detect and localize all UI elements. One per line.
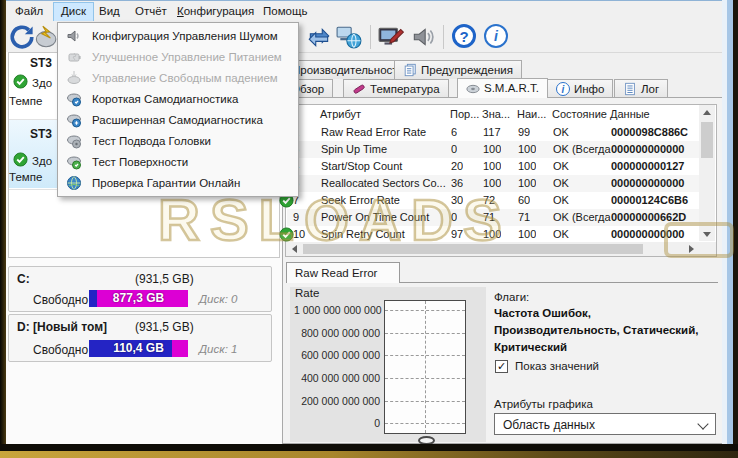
window-border-bottom <box>0 444 738 451</box>
head-test-icon <box>66 133 82 149</box>
tab-label: Лог <box>641 80 659 99</box>
table-vscrollbar[interactable] <box>699 105 715 241</box>
flags-line: Частота Ошибок, <box>494 307 591 319</box>
sync-icon[interactable] <box>306 24 332 50</box>
disk-index: Диск: 1 <box>199 343 237 355</box>
drive-title: ST3 <box>30 127 52 141</box>
drive-temp: Темпе <box>9 171 42 183</box>
menu-config[interactable]: Конфигурация <box>170 2 261 20</box>
menu-item-label: Проверка Гарантии Онлайн <box>92 177 240 189</box>
table-hscrollbar[interactable] <box>286 242 716 256</box>
menu-item-label: Улучшенное Управление Питанием <box>92 51 282 63</box>
menu-item-label: Управление Свободным падением <box>92 72 278 84</box>
menu-disk[interactable]: Диск <box>53 2 94 22</box>
table-row[interactable]: 10Spin Retry Count97100100OK000000000000 <box>287 226 700 243</box>
extended-selftest-icon <box>66 112 82 128</box>
y-tick-label: 600 000 000 000 <box>294 349 380 361</box>
menu-item-warranty-online[interactable]: Проверка Гарантии Онлайн <box>58 173 298 194</box>
window-border-bottom <box>0 451 738 458</box>
col-header-status: Состояние <box>552 108 607 120</box>
graph-attribute-tab[interactable]: Raw Read Error Rate <box>286 262 400 283</box>
info-icon: i <box>556 82 570 96</box>
table-row[interactable]: 9Power On Time Count07171OK (Всегда...00… <box>287 209 700 226</box>
show-values-label: Показ значений <box>515 360 599 372</box>
graph-plot <box>384 300 466 434</box>
menu-item-label: Короткая Самодиагностика <box>92 93 238 105</box>
graph-attributes-select[interactable]: Область данных <box>494 413 716 435</box>
info-icon[interactable]: i <box>484 24 508 48</box>
speaker-icon[interactable] <box>410 24 436 50</box>
col-header-threshold: Пор... <box>450 108 479 120</box>
tab-smart[interactable]: S.M.A.R.T. <box>457 78 548 98</box>
y-tick-label: 1 000 000 000 000 <box>294 304 380 316</box>
window-border-left <box>0 0 6 458</box>
tab-log[interactable]: Лог <box>614 79 668 98</box>
flags-line: Критический <box>494 341 567 353</box>
drive-title: ST3 <box>30 56 52 70</box>
menu-item-power-management: Улучшенное Управление Питанием <box>58 46 298 67</box>
drive-health: Здо <box>32 77 52 89</box>
menu-help[interactable]: Помощь <box>256 2 314 20</box>
selected-option: Область данных <box>503 418 595 432</box>
smart-attributes-table: Атрибут Пор... Зна... Наи... Состояние Д… <box>285 104 717 257</box>
show-values-checkbox[interactable]: ✓ <box>495 360 508 373</box>
col-header-data: Данные <box>610 108 650 120</box>
document-icon <box>623 82 637 96</box>
disk-icon <box>466 82 480 96</box>
help-icon[interactable]: ? <box>452 24 476 48</box>
menu-item-label: Конфигурация Управления Шумом <box>92 30 278 42</box>
table-row[interactable]: 4Start/Stop Count20100100OK000000000127 <box>287 158 700 175</box>
menu-item-surface-test[interactable]: Тест Поверхности <box>58 152 298 173</box>
flags-line: Производительность, Статический, <box>494 324 698 336</box>
menu-item-extended-selftest[interactable]: Расширенная Самодиагностика <box>58 110 298 131</box>
menu-report[interactable]: Отчёт <box>128 2 174 20</box>
graph-attributes-label: Атрибуты графика <box>494 398 593 410</box>
health-ok-icon <box>13 152 28 167</box>
toolbar-separator <box>370 25 371 49</box>
volume-name: C: <box>17 272 30 286</box>
menu-item-short-selftest[interactable]: Короткая Самодиагностика <box>58 88 298 109</box>
tab-info[interactable]: i Инфо <box>547 79 613 98</box>
surface-test-icon <box>66 154 82 170</box>
menu-item-freefall: Управление Свободным падением <box>58 67 298 88</box>
menu-item-head-test[interactable]: Тест Подвода Головки <box>58 131 298 152</box>
volume-card-d[interactable]: D: [Новый том] (931,5 GB) Свободно 110,4… <box>8 314 272 362</box>
tab-warnings[interactable]: Предупреждения <box>394 60 522 79</box>
display-edit-icon[interactable] <box>378 24 404 50</box>
volume-size: (931,5 GB) <box>135 272 194 286</box>
scroll-up-button[interactable] <box>699 105 715 119</box>
vscroll-thumb[interactable] <box>701 122 713 158</box>
menu-file[interactable]: Файл <box>8 2 50 20</box>
scroll-left-button[interactable] <box>287 242 301 256</box>
disk-menu-popup: Конфигурация Управления Шумом Улучшенное… <box>57 22 299 197</box>
menu-view[interactable]: Вид <box>92 2 127 20</box>
drive-health: Здо <box>32 155 52 167</box>
short-selftest-icon <box>66 91 82 107</box>
y-tick-label: 0 <box>294 417 380 429</box>
warranty-online-icon <box>66 175 82 191</box>
y-tick-label: 400 000 000 000 <box>294 372 380 384</box>
hddscan-window: Файл Диск Вид Отчёт Конфигурация Помощь … <box>0 0 738 458</box>
col-header-value: Зна... <box>482 108 510 120</box>
hscroll-thumb[interactable] <box>303 244 643 254</box>
freefall-icon <box>66 70 82 86</box>
table-row[interactable]: 5Reallocated Sectors Co...36100100OK0000… <box>287 175 700 192</box>
table-row[interactable]: 3Spin Up Time0100100OK (Всегда...0000000… <box>287 141 700 158</box>
table-row[interactable]: 7Seek Error Rate307260OK00000124C6B6 <box>287 192 700 209</box>
volume-usage-bar: 110,4 GB <box>89 340 188 357</box>
gridline-vertical <box>425 301 426 433</box>
volume-card-c[interactable]: C: (931,5 GB) Свободно 877,3 GB Диск: 0 <box>8 266 272 312</box>
tab-temperature[interactable]: Температура <box>343 79 449 98</box>
documents-icon <box>403 63 417 77</box>
toolbar-separator <box>443 25 444 49</box>
table-row[interactable]: 1Raw Read Error Rate611799OK0000098C886C <box>287 124 700 141</box>
volume-size: (931,5 GB) <box>135 320 194 334</box>
power-management-icon <box>66 49 82 65</box>
power-tool-icon[interactable] <box>32 24 58 50</box>
col-header-worst: Наи... <box>517 108 546 120</box>
y-tick-label: 800 000 000 000 <box>294 327 380 339</box>
tab-label: Температура <box>370 80 440 99</box>
menu-item-noise-config[interactable]: Конфигурация Управления Шумом <box>58 25 298 46</box>
flags-title: Флаги: <box>494 291 529 303</box>
network-icon[interactable] <box>336 24 362 50</box>
